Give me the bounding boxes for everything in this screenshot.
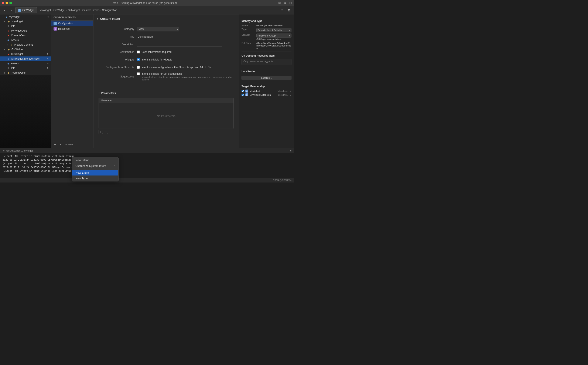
status-text: CSDN @星星月亮○ <box>273 179 291 182</box>
params-title: Parameters <box>101 91 116 95</box>
customize-system-label: Customize System Intent <box>75 164 106 168</box>
log-line-5: [widget] No intent in timeline(for:with:… <box>3 169 291 173</box>
filter-icon[interactable]: ? <box>48 15 49 19</box>
parameters-header: ▾ Parameters <box>99 90 234 96</box>
context-new-intent[interactable]: New Intent <box>72 157 118 163</box>
sidebar-root-label: MyWidget <box>9 15 47 18</box>
sidebar-info-1[interactable]: 🗎 Info <box>0 24 51 28</box>
inspector-icon[interactable]: ≡ <box>283 1 287 5</box>
breadcrumb-item-1[interactable]: MyWidget <box>40 9 51 12</box>
sidebar-preview[interactable]: ▶ ▶ Preview Content <box>0 42 51 47</box>
breadcrumb-item-5[interactable]: Configuration <box>102 9 117 12</box>
sidebar-intentdefinition[interactable]: 🗎 GirlWidget.intentdefinition A <box>0 56 51 61</box>
custom-intent-title: Custom Intent <box>100 17 120 20</box>
log-minimize-icon[interactable]: ⊡ <box>290 149 291 152</box>
log-content: [widget] No intent in timeline(for:with:… <box>0 153 294 178</box>
target-extension-checkbox[interactable] <box>242 94 244 96</box>
log-title: test.MyWidget.GirlWidget <box>6 149 33 152</box>
asset-icon: ◉ <box>7 38 10 42</box>
sidebar-contentview[interactable]: ▶ ContentView <box>0 33 51 38</box>
category-select[interactable]: View Do Information <box>137 27 179 31</box>
shortcuts-checkbox[interactable] <box>137 66 140 69</box>
intent-icon-r: R <box>54 27 57 31</box>
intent-item-response[interactable]: R Response <box>51 26 93 32</box>
fullpath-row: Full Path /Users/lixin/Desktop/MyWidget/… <box>242 42 291 49</box>
frameworks-expand-icon: ▶ <box>4 72 6 74</box>
badge-a-2: A <box>46 58 49 60</box>
context-new-type[interactable]: New Type <box>72 175 118 181</box>
context-customize-system[interactable]: Customize System Intent › <box>72 163 118 169</box>
description-input[interactable] <box>137 42 222 47</box>
titlebar: main Running GirlWidget on iPod touch (7… <box>0 0 294 6</box>
mywidget-expand-icon: ▾ <box>4 21 6 22</box>
breadcrumb-item-2[interactable]: GirlWidget <box>53 9 65 12</box>
add-intent-button[interactable]: + <box>53 142 57 147</box>
file-navigator: ▾ ■ MyWidget ? ▾ ▶ MyWidget 🗎 Info ▶ MyW… <box>0 14 51 148</box>
localize-button[interactable]: Localize... <box>242 76 291 80</box>
target-mywidget-row: ▦ MyWidget Public Inte... ⌄ <box>242 90 291 92</box>
info-file-icon: 🗎 <box>7 66 10 70</box>
context-new-enum[interactable]: New Enum <box>72 170 118 175</box>
list-view-button[interactable]: ≡ <box>279 7 285 13</box>
share-button[interactable]: ↑ <box>272 7 278 13</box>
widgets-label: Widgets <box>99 58 137 61</box>
intents-panel: CUSTOM INTENTS I Configuration R Respons… <box>51 14 93 148</box>
extension-target-arrow[interactable]: ⌄ <box>290 94 291 96</box>
sidebar-info-2[interactable]: 🗎 Info A <box>0 66 51 70</box>
mywidget-target-icon: ▦ <box>245 90 248 92</box>
submenu-arrow: › <box>114 165 115 167</box>
girlwidget-expand-icon: ▾ <box>4 49 6 50</box>
collapse-icon[interactable]: ▾ <box>97 17 98 20</box>
swift-icon-2: ▶ <box>7 34 10 37</box>
new-intent-label: New Intent <box>75 159 89 162</box>
confirmation-text: User confirmation required <box>142 50 172 54</box>
remove-param-button[interactable]: − <box>104 130 108 134</box>
widgets-checkbox[interactable] <box>137 58 140 61</box>
sidebar-assets-2[interactable]: ◉ Assets M <box>0 61 51 66</box>
active-tab[interactable]: G GirlWidget <box>15 7 37 13</box>
intent-item-configuration[interactable]: I Configuration <box>51 21 93 26</box>
suggestions-checkbox[interactable] <box>137 72 140 75</box>
inspector-toggle[interactable]: ⊡ <box>286 7 292 13</box>
target-girlwidgetextension-row: ▦ GirlWidgetExtension Public Inte... ⌄ <box>242 93 291 96</box>
filter-label: Filter <box>68 143 73 146</box>
location-select[interactable]: Relative to Group <box>256 34 291 38</box>
breadcrumb-item-4[interactable]: Custom Intents <box>82 9 100 12</box>
sidebar-girlwidget-swift[interactable]: ▶ GirlWidget A <box>0 52 51 56</box>
filter-button[interactable]: ⊙ Filter <box>64 143 74 147</box>
target-mywidget-checkbox[interactable] <box>242 90 244 92</box>
params-table-body: No Parameters <box>99 103 233 129</box>
layout-icon[interactable]: ⊡ <box>289 1 292 5</box>
forward-button[interactable]: › <box>8 7 14 13</box>
suggestions-label: Suggestions <box>99 75 137 78</box>
sidebar-mywidget-group[interactable]: ▾ ▶ MyWidget <box>0 19 51 24</box>
close-button[interactable] <box>2 2 4 4</box>
title-input[interactable] <box>137 35 201 39</box>
maximize-button[interactable] <box>9 2 12 4</box>
sidebar-girlwidget-group[interactable]: ▾ ▶ GirlWidget <box>0 47 51 52</box>
minimize-button[interactable] <box>6 2 8 4</box>
type-select[interactable]: Default - Intent Definition <box>256 28 291 32</box>
log-header: ⚙ test.MyWidget.GirlWidget ⊡ <box>0 148 294 153</box>
sidebar-mywidgetapp[interactable]: ▶ MyWidgetApp <box>0 28 51 33</box>
sidebar-root[interactable]: ▾ ■ MyWidget ? <box>0 14 51 19</box>
preview-folder-icon: ▶ <box>10 43 13 47</box>
filter-icon: ⊙ <box>65 143 67 146</box>
breadcrumb-item-3[interactable]: GirlWidget <box>68 9 80 12</box>
fullpath-label: Full Path <box>242 42 256 44</box>
swift-icon-3: ▶ <box>7 52 10 56</box>
back-button[interactable]: ‹ <box>2 7 8 13</box>
hierarchy-icon[interactable]: ⊞ <box>278 1 281 5</box>
custom-intent-form: Category View Do Information Title <box>93 23 239 87</box>
confirmation-checkbox[interactable] <box>137 50 140 54</box>
sidebar-frameworks[interactable]: ▶ ▶ Frameworks <box>0 70 51 75</box>
context-menu: New Intent Customize System Intent › New… <box>72 157 119 182</box>
sidebar-info-2-label: Info <box>11 67 45 70</box>
sidebar-assets-1[interactable]: ◉ Assets <box>0 38 51 42</box>
project-icon: ■ <box>5 15 8 19</box>
remove-intent-button[interactable]: − <box>58 142 63 147</box>
badge-a-1: A <box>46 53 49 55</box>
params-expand-icon[interactable]: ▾ <box>99 92 100 94</box>
mywidget-target-arrow[interactable]: ⌄ <box>290 90 291 92</box>
add-param-button[interactable]: + <box>99 130 103 134</box>
